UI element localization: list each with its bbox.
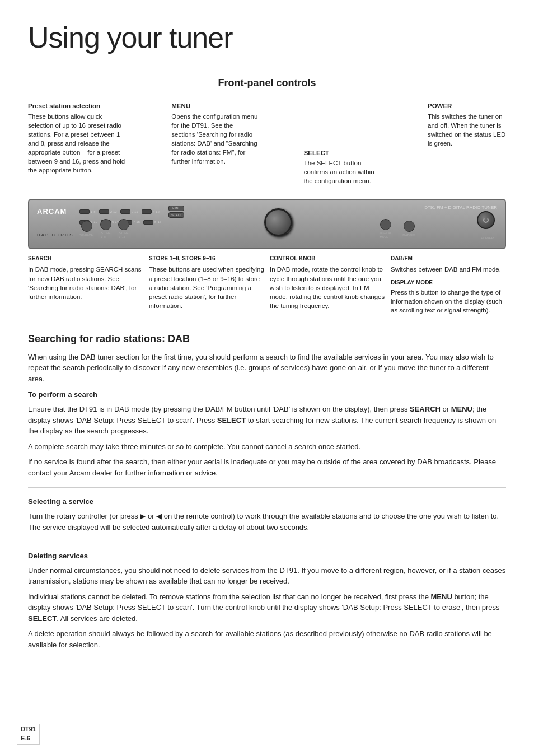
callout-preset-text: These buttons allow quick selection of u… xyxy=(28,112,126,175)
annotation-search-text: In DAB mode, pressing SEARCH scans for n… xyxy=(28,265,143,301)
callout-preset: Preset station selection These buttons a… xyxy=(28,101,126,175)
select-btn[interactable]: SELECT xyxy=(168,212,184,218)
selecting-service-box: Selecting a service Turn the rotary cont… xyxy=(28,497,506,533)
callout-select-text: The SELECT button confirms an action wit… xyxy=(304,158,382,185)
deleting-services-text2: Individual stations cannot be deleted. T… xyxy=(28,591,506,624)
annotation-displaymode-title: DISPLAY MODE xyxy=(391,279,506,287)
callout-select-title: SELECT xyxy=(304,148,382,157)
page-title: Using your tuner xyxy=(28,17,506,59)
callout-menu: MENU Opens the configuration menu for th… xyxy=(171,101,258,166)
tuner-brand: ARCAM xyxy=(37,207,67,217)
power-label: POWER xyxy=(481,236,494,241)
perform-search-text1: Ensure that the DT91 is in DAB mode (by … xyxy=(28,404,506,437)
dab-section: Searching for radio stations: DAB When u… xyxy=(28,332,506,651)
divider-2 xyxy=(28,542,506,542)
dab-intro: When using the DAB tuner section for the… xyxy=(28,352,506,385)
callout-menu-title: MENU xyxy=(171,101,258,110)
divider-1 xyxy=(28,487,506,488)
tuner-device: ARCAM DAB CDROS DT91 FM + DIGITAL RADIO … xyxy=(28,199,506,249)
deleting-services-text3: A delete operation should always be foll… xyxy=(28,628,506,650)
menu-btn[interactable]: MENU xyxy=(168,206,184,211)
deleting-services-heading: Deleting services xyxy=(28,551,506,562)
callout-preset-title: Preset station selection xyxy=(28,101,126,110)
perform-search-text3: If no service is found after the search,… xyxy=(28,456,506,478)
preset-btn-4-12[interactable] xyxy=(142,209,152,214)
front-panel-section: Front-panel controls Preset station sele… xyxy=(28,76,506,314)
selecting-service-text: Turn the rotary controller (or press ▶ o… xyxy=(28,511,506,533)
right-btn-row: DISPLAYMODE DAB/FM xyxy=(380,219,415,240)
callout-power-title: POWER xyxy=(428,101,506,110)
annotation-dab-display: DAB/FM Switches between DAB and FM mode.… xyxy=(391,255,506,314)
perform-search-text2: A complete search may take three minutes… xyxy=(28,441,506,452)
preset-btn-1-8[interactable] xyxy=(79,209,90,214)
callout-power: POWER This switches the tuner on and off… xyxy=(428,101,506,147)
selecting-service-heading: Selecting a service xyxy=(28,497,506,507)
annotation-control-knob: Control knob In DAB mode, rotate the con… xyxy=(270,255,385,314)
footer-page: E-6 xyxy=(21,734,36,743)
power-btn[interactable] xyxy=(477,211,495,229)
annotation-control-knob-text: In DAB mode, rotate the control knob to … xyxy=(270,265,385,310)
callout-select: SELECT The SELECT button confirms an act… xyxy=(304,148,382,185)
control-knob-device[interactable] xyxy=(264,208,292,236)
perform-search-box: To perform a search Ensure that the DT91… xyxy=(28,390,506,478)
tuner-sub-brand: DAB CDROS xyxy=(37,232,74,239)
bottom-btn-row: SEARCH STORE1–8 STORE9–16 xyxy=(79,219,129,240)
dab-section-title: Searching for radio stations: DAB xyxy=(28,332,506,346)
tuner-model: DT91 FM + DIGITAL RADIO TUNER xyxy=(424,204,497,211)
front-panel-title: Front-panel controls xyxy=(28,76,506,90)
deleting-services-box: Deleting services Under normal circumsta… xyxy=(28,551,506,650)
footer-model: DT91 xyxy=(21,725,36,734)
diagram-wrapper: Preset station selection These buttons a… xyxy=(28,101,506,314)
bottom-annotations: SEARCH In DAB mode, pressing SEARCH scan… xyxy=(28,255,506,314)
display-mode-btn[interactable] xyxy=(380,219,391,230)
deleting-services-text1: Under normal circumstances, you should n… xyxy=(28,565,506,587)
preset-btn-8-16[interactable] xyxy=(143,220,153,225)
annotation-dabfm-text: Switches between DAB and FM mode. xyxy=(391,265,506,274)
preset-btn-2-12[interactable] xyxy=(99,209,109,214)
annotation-displaymode-text: Press this button to change the type of … xyxy=(391,288,506,315)
footer: DT91 E-6 xyxy=(17,724,40,745)
callout-power-text: This switches the tuner on and off. When… xyxy=(428,112,506,148)
annotation-dabfm-title: DAB/FM xyxy=(391,255,506,263)
dab-fm-btn[interactable] xyxy=(404,221,415,232)
store-1-8-btn[interactable] xyxy=(100,219,111,230)
callout-menu-text: Opens the configuration menu for the DT9… xyxy=(171,112,258,166)
annotation-search-title: SEARCH xyxy=(28,255,143,263)
annotation-store-title: STORE 1–8, STORE 9–16 xyxy=(149,255,264,263)
search-circle-btn[interactable] xyxy=(81,221,92,232)
annotation-search: SEARCH In DAB mode, pressing SEARCH scan… xyxy=(28,255,143,314)
annotation-store: STORE 1–8, STORE 9–16 These buttons are … xyxy=(149,255,264,314)
annotation-store-text: These buttons are used when specifying a… xyxy=(149,265,264,310)
preset-btn-3-11[interactable] xyxy=(120,209,130,214)
store-9-16-btn[interactable] xyxy=(118,219,129,230)
annotation-control-knob-title: Control knob xyxy=(270,255,385,263)
perform-search-heading: To perform a search xyxy=(28,390,506,400)
